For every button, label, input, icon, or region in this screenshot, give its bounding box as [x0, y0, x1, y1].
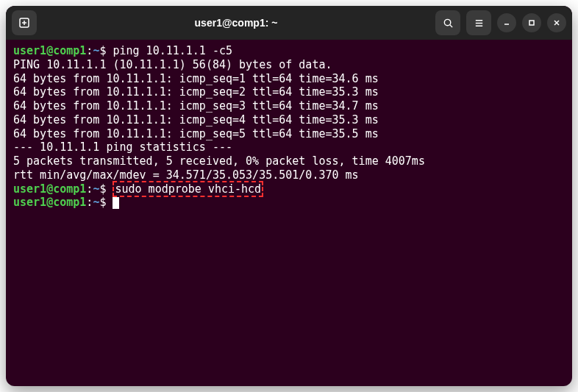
- terminal-line: 5 packets transmitted, 5 received, 0% pa…: [13, 154, 565, 168]
- new-tab-icon: [18, 17, 30, 29]
- terminal-line: --- 10.11.1.1 ping statistics ---: [13, 140, 565, 154]
- terminal-line: PING 10.11.1.1 (10.11.1.1) 56(84) bytes …: [13, 58, 565, 72]
- terminal-line: 64 bytes from 10.11.1.1: icmp_seq=1 ttl=…: [13, 72, 565, 86]
- prompt-user: user1@comp1: [13, 44, 86, 57]
- prompt-user: user1@comp1: [13, 182, 86, 196]
- svg-rect-9: [529, 21, 534, 25]
- svg-point-3: [444, 19, 450, 25]
- new-tab-button[interactable]: [12, 10, 37, 35]
- window-title: user1@comp1: ~: [43, 17, 429, 29]
- search-icon: [443, 18, 454, 29]
- search-button[interactable]: [435, 10, 460, 35]
- terminal-line: 64 bytes from 10.11.1.1: icmp_seq=5 ttl=…: [13, 127, 565, 141]
- minimize-icon: [503, 19, 510, 26]
- terminal-line: 64 bytes from 10.11.1.1: icmp_seq=3 ttl=…: [13, 99, 565, 113]
- terminal-line: 64 bytes from 10.11.1.1: icmp_seq=4 ttl=…: [13, 113, 565, 127]
- highlighted-command: sudo modprobe vhci-hcd: [113, 181, 263, 197]
- hamburger-icon: [474, 18, 485, 29]
- cursor: [113, 197, 119, 209]
- terminal-line: rtt min/avg/max/mdev = 34.571/35.053/35.…: [13, 168, 565, 182]
- close-button[interactable]: [547, 13, 566, 32]
- terminal-window: user1@comp1: ~: [6, 6, 572, 386]
- maximize-button[interactable]: [522, 13, 541, 32]
- terminal-line: user1@comp1:~$: [13, 196, 565, 210]
- terminal-output[interactable]: user1@comp1:~$ ping 10.11.1.1 -c5PING 10…: [6, 40, 572, 386]
- terminal-line: 64 bytes from 10.11.1.1: icmp_seq=2 ttl=…: [13, 85, 565, 99]
- terminal-line: user1@comp1:~$ ping 10.11.1.1 -c5: [13, 44, 565, 58]
- minimize-button[interactable]: [497, 13, 516, 32]
- menu-button[interactable]: [466, 10, 491, 35]
- maximize-icon: [528, 19, 535, 26]
- terminal-line: user1@comp1:~$ sudo modprobe vhci-hcd: [13, 182, 565, 196]
- command-text: ping 10.11.1.1 -c5: [113, 44, 232, 57]
- svg-line-4: [449, 24, 452, 26]
- titlebar: user1@comp1: ~: [6, 6, 572, 40]
- close-icon: [553, 19, 560, 26]
- prompt-user: user1@comp1: [13, 196, 86, 209]
